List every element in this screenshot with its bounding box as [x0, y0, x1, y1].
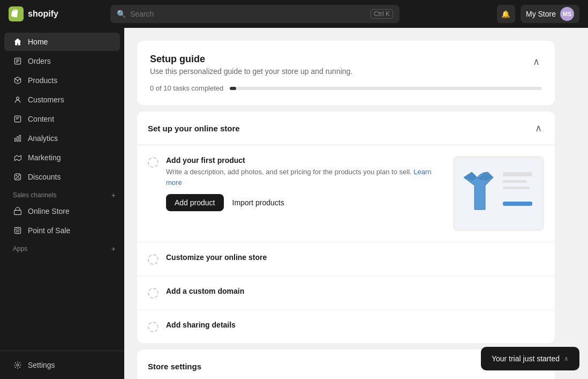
- sidebar-item-products[interactable]: Products: [4, 71, 120, 90]
- bell-icon: 🔔: [501, 10, 510, 18]
- svg-rect-25: [456, 159, 541, 228]
- body-layout: Home Orders Products Customers Content: [0, 28, 588, 379]
- sidebar-item-marketing-label: Marketing: [28, 153, 61, 162]
- sidebar-bottom: Settings: [0, 351, 124, 375]
- task-title-domain: Add a custom domain: [166, 287, 544, 295]
- online-store-collapse-button[interactable]: ∧: [533, 120, 544, 136]
- online-store-section: Set up your online store ∧ Add your firs…: [137, 112, 555, 343]
- sidebar-item-products-label: Products: [28, 76, 57, 85]
- svg-line-6: [18, 79, 21, 80]
- trial-banner-chevron-icon: ∧: [564, 355, 569, 362]
- sidebar-item-pos[interactable]: Point of Sale: [4, 221, 120, 240]
- progress-row: 0 of 10 tasks completed: [150, 84, 542, 92]
- add-product-button[interactable]: Add product: [166, 194, 224, 211]
- customers-icon: [13, 95, 22, 105]
- sidebar-item-content[interactable]: Content: [4, 110, 120, 128]
- analytics-icon: [13, 133, 22, 143]
- task-custom-domain: Add a custom domain: [137, 276, 555, 310]
- product-illustration: [453, 156, 544, 231]
- sidebar-item-marketing[interactable]: Marketing: [4, 148, 120, 167]
- sidebar-item-home[interactable]: Home: [4, 33, 120, 51]
- svg-rect-11: [14, 138, 16, 142]
- apps-section: Apps +: [0, 240, 124, 255]
- logo-icon: [9, 6, 24, 21]
- task-checkbox-customize[interactable]: [148, 254, 159, 265]
- svg-rect-12: [17, 137, 18, 142]
- svg-rect-28: [503, 187, 530, 189]
- home-icon: [13, 37, 22, 47]
- search-input[interactable]: [130, 10, 366, 18]
- svg-line-5: [14, 79, 18, 80]
- task-content-domain: Add a custom domain: [166, 287, 544, 295]
- sidebar-item-customers[interactable]: Customers: [4, 91, 120, 109]
- svg-rect-13: [19, 135, 20, 141]
- progress-bar-background: [230, 87, 542, 90]
- shopify-logo[interactable]: shopify: [9, 6, 58, 21]
- task-actions-add-product: Add product Import products: [166, 194, 446, 211]
- setup-guide-header: Setup guide Use this personalized guide …: [150, 54, 542, 76]
- sidebar-item-content-label: Content: [28, 115, 54, 123]
- sidebar-item-online-store[interactable]: Online Store: [4, 202, 120, 220]
- task-content-sharing: Add sharing details: [166, 321, 544, 329]
- search-icon: 🔍: [117, 10, 126, 18]
- tshirt-svg: [456, 159, 541, 228]
- orders-icon: [13, 56, 22, 66]
- marketing-icon: [13, 153, 22, 162]
- notifications-button[interactable]: 🔔: [497, 5, 515, 23]
- sidebar-item-analytics-label: Analytics: [28, 134, 58, 143]
- sidebar-item-customers-label: Customers: [28, 95, 64, 104]
- task-content-customize: Customize your online store: [166, 253, 544, 262]
- settings-icon: [13, 360, 22, 370]
- sidebar-item-orders[interactable]: Orders: [4, 52, 120, 70]
- chevron-up-icon: ∧: [533, 56, 540, 67]
- store-selector-button[interactable]: My Store MS: [521, 5, 579, 23]
- sidebar-item-settings[interactable]: Settings: [4, 356, 120, 374]
- setup-guide-card: Setup guide Use this personalized guide …: [137, 41, 555, 105]
- svg-rect-26: [503, 172, 532, 176]
- task-customize: Customize your online store: [137, 242, 555, 276]
- sidebar-item-analytics[interactable]: Analytics: [4, 129, 120, 147]
- products-icon: [13, 76, 22, 85]
- sidebar-item-pos-label: Point of Sale: [28, 226, 70, 235]
- task-desc-add-product: Write a description, add photos, and set…: [166, 167, 446, 188]
- setup-guide-title: Setup guide: [150, 54, 352, 65]
- svg-rect-29: [503, 202, 532, 206]
- import-products-button[interactable]: Import products: [228, 194, 289, 211]
- svg-point-24: [17, 364, 19, 366]
- task-checkbox-add-product[interactable]: [148, 157, 159, 168]
- apps-expand-icon[interactable]: +: [111, 244, 116, 253]
- sidebar-item-online-store-label: Online Store: [28, 207, 70, 215]
- svg-point-7: [17, 97, 19, 100]
- setup-guide-title-area: Setup guide Use this personalized guide …: [150, 54, 352, 76]
- main-content: Setup guide Use this personalized guide …: [124, 28, 588, 379]
- online-store-section-header[interactable]: Set up your online store ∧: [137, 112, 555, 145]
- sidebar-item-settings-label: Settings: [28, 361, 55, 369]
- progress-text: 0 of 10 tasks completed: [150, 84, 223, 92]
- sidebar-item-discounts-label: Discounts: [28, 173, 61, 181]
- task-title-sharing: Add sharing details: [166, 321, 544, 329]
- search-shortcut: Ctrl K: [371, 9, 393, 19]
- expand-icon[interactable]: +: [111, 191, 116, 199]
- top-navigation: shopify 🔍 Ctrl K 🔔 My Store MS: [0, 0, 588, 28]
- task-title-add-product: Add your first product: [166, 156, 446, 165]
- task-checkbox-domain[interactable]: [148, 288, 159, 299]
- trial-banner[interactable]: Your trial just started ∧: [481, 347, 579, 370]
- content-icon: [13, 114, 22, 124]
- store-name-label: My Store: [526, 10, 556, 18]
- setup-guide-collapse-button[interactable]: ∧: [531, 54, 542, 70]
- search-bar[interactable]: 🔍 Ctrl K: [110, 5, 399, 23]
- svg-point-15: [18, 177, 19, 179]
- svg-point-14: [16, 175, 17, 176]
- setup-guide-subtitle: Use this personalized guide to get your …: [150, 67, 352, 76]
- store-icon: [13, 206, 22, 216]
- avatar: MS: [560, 7, 574, 21]
- sidebar-item-discounts[interactable]: Discounts: [4, 168, 120, 186]
- online-store-section-title: Set up your online store: [148, 124, 240, 133]
- task-sharing: Add sharing details: [137, 310, 555, 343]
- chevron-up-icon-2: ∧: [535, 123, 542, 133]
- task-title-customize: Customize your online store: [166, 253, 544, 262]
- task-checkbox-sharing[interactable]: [148, 322, 159, 332]
- topnav-right: 🔔 My Store MS: [497, 5, 579, 23]
- task-add-product: Add your first product Write a descripti…: [137, 145, 555, 242]
- trial-banner-text: Your trial just started: [492, 354, 560, 363]
